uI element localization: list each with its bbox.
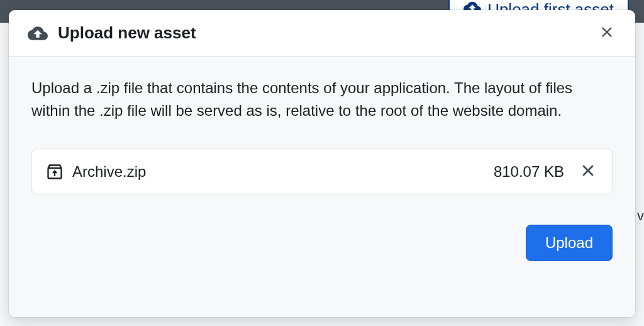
x-icon (580, 163, 596, 180)
backdrop-partial-text: v (637, 208, 644, 224)
close-button[interactable] (596, 21, 618, 45)
file-name: Archive.zip (72, 163, 494, 181)
archive-file-icon (46, 163, 64, 181)
cloud-upload-icon (28, 23, 48, 43)
modal-title: Upload new asset (58, 23, 596, 43)
upload-button[interactable]: Upload (526, 225, 613, 261)
modal-body: Upload a .zip file that contains the con… (9, 57, 635, 317)
instructions-text: Upload a .zip file that contains the con… (31, 77, 613, 122)
file-size: 810.07 KB (494, 163, 564, 181)
remove-file-button[interactable] (578, 160, 598, 183)
close-icon (600, 25, 614, 41)
file-row: Archive.zip 810.07 KB (31, 149, 613, 194)
upload-asset-modal: Upload new asset Upload a .zip file that… (9, 10, 635, 317)
modal-header: Upload new asset (9, 10, 635, 57)
modal-footer: Upload (31, 194, 613, 261)
